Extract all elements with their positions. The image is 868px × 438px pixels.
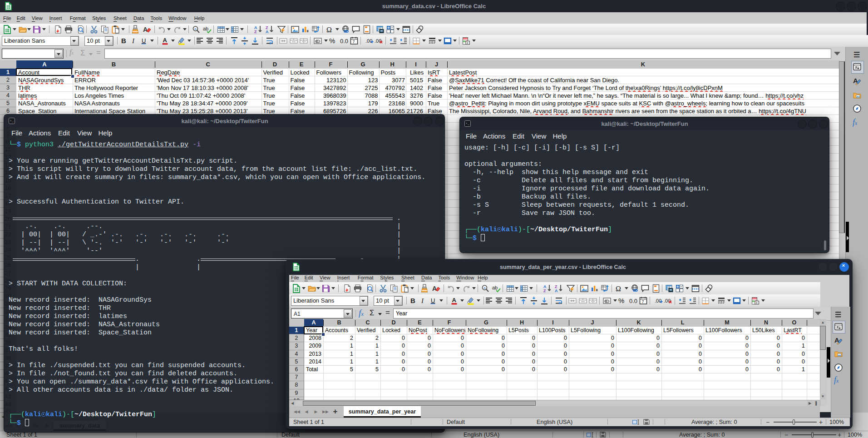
- svg-text:I: I: [421, 297, 424, 304]
- svg-text:a: a: [483, 286, 486, 290]
- svg-text:Ω: Ω: [616, 285, 621, 293]
- svg-text:A: A: [555, 289, 558, 293]
- svg-text:%: %: [329, 37, 335, 45]
- svg-text:A: A: [143, 26, 148, 33]
- svg-text:Ω: Ω: [326, 26, 332, 34]
- svg-text:I: I: [132, 37, 135, 45]
- svg-text:U: U: [431, 297, 435, 304]
- svg-text:a: a: [194, 27, 197, 31]
- svg-text:Z: Z: [543, 289, 546, 293]
- svg-text:B: B: [410, 297, 415, 304]
- svg-text:B: B: [121, 37, 126, 45]
- svg-text:A: A: [163, 37, 168, 44]
- svg-text:7: 7: [642, 299, 644, 304]
- svg-text:.00: .00: [655, 298, 661, 304]
- svg-text:U: U: [142, 37, 146, 44]
- svg-text:A: A: [266, 30, 269, 34]
- svg-text:≠: ≠: [756, 301, 758, 304]
- svg-text:ab: ab: [492, 285, 498, 290]
- svg-text:A: A: [432, 285, 437, 292]
- svg-text:%: %: [618, 297, 624, 304]
- svg-text:.00: .00: [365, 38, 372, 44]
- svg-text:0.0: 0.0: [340, 38, 348, 45]
- svg-text:ab: ab: [203, 26, 208, 31]
- svg-text:≠: ≠: [467, 41, 469, 45]
- svg-text:7: 7: [353, 40, 355, 44]
- svg-text:0.0: 0.0: [629, 298, 637, 304]
- svg-text:Z: Z: [254, 30, 257, 34]
- svg-text:A: A: [452, 297, 457, 304]
